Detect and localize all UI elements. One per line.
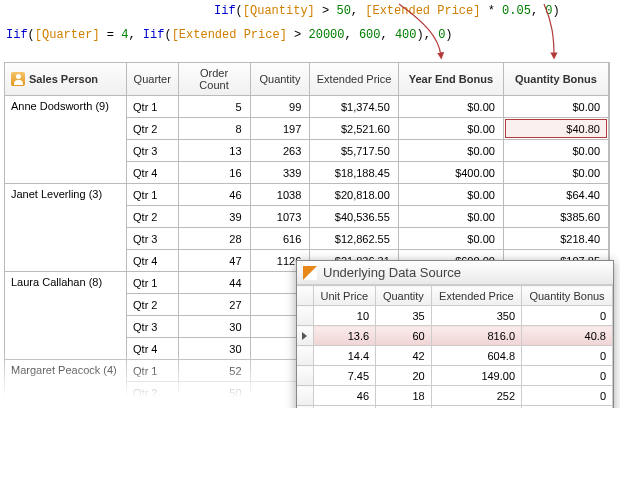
quarter-cell[interactable]: Qtr 2	[127, 206, 178, 228]
quarter-cell[interactable]: Qtr 4	[127, 162, 178, 184]
extended-price-cell[interactable]: 252	[431, 386, 521, 406]
unit-price-cell[interactable]: 14.4	[313, 346, 376, 366]
row-handle[interactable]	[297, 326, 313, 346]
quantity-bonus-cell[interactable]: $218.40	[503, 228, 608, 250]
quarter-cell[interactable]: Qtr 1	[127, 184, 178, 206]
quarter-cell[interactable]: Qtr 1	[127, 96, 178, 118]
col-quantity[interactable]: Quantity	[250, 63, 310, 96]
data-row[interactable]: 13.660816.040.8	[297, 326, 613, 346]
quantity-bonus-cell[interactable]: 0	[522, 306, 613, 326]
extended-price-cell[interactable]: 604.8	[431, 346, 521, 366]
extended-price-cell[interactable]: 816.0	[431, 326, 521, 346]
extended-price-cell[interactable]: $20,818.00	[310, 184, 399, 206]
order-count-cell[interactable]: 30	[178, 338, 250, 360]
order-count-cell[interactable]: 44	[178, 272, 250, 294]
quantity-cell[interactable]: 42	[376, 346, 432, 366]
quantity-cell[interactable]: 616	[250, 228, 310, 250]
underlying-data-panel[interactable]: Underlying Data Source Unit Price Quanti…	[296, 260, 614, 408]
data-row[interactable]: 10353500	[297, 306, 613, 326]
quarter-cell[interactable]: Qtr 2	[127, 382, 178, 404]
quantity-bonus-cell[interactable]: 0	[522, 366, 613, 386]
data-row[interactable]: 46182520	[297, 386, 613, 406]
sales-person-cell[interactable]: Margaret Peacock (4)	[5, 360, 127, 404]
extended-price-cell[interactable]: $18,188.45	[310, 162, 399, 184]
year-end-bonus-cell[interactable]: $0.00	[398, 228, 503, 250]
extended-price-cell[interactable]: 210	[431, 406, 521, 409]
order-count-cell[interactable]: 28	[178, 228, 250, 250]
row-handle[interactable]	[297, 406, 313, 409]
quarter-cell[interactable]: Qtr 1	[127, 360, 178, 382]
quantity-cell[interactable]: 35	[376, 306, 432, 326]
col-sales-person[interactable]: Sales Person	[5, 63, 127, 96]
quantity-cell[interactable]: 1038	[250, 184, 310, 206]
quarter-cell[interactable]: Qtr 3	[127, 140, 178, 162]
unit-price-cell[interactable]: 46	[313, 386, 376, 406]
data-row[interactable]: 12.75142100	[297, 406, 613, 409]
extended-price-cell[interactable]: 149.00	[431, 366, 521, 386]
quantity-bonus-cell[interactable]: 0	[522, 346, 613, 366]
quarter-cell[interactable]: Qtr 3	[127, 316, 178, 338]
quantity-bonus-cell[interactable]: $0.00	[503, 162, 608, 184]
order-count-cell[interactable]: 46	[178, 184, 250, 206]
extended-price-cell[interactable]: $12,862.55	[310, 228, 399, 250]
year-end-bonus-cell[interactable]: $0.00	[398, 118, 503, 140]
order-count-cell[interactable]: 13	[178, 140, 250, 162]
col-extended-price[interactable]: Extended Price	[310, 63, 399, 96]
col-quarter[interactable]: Quarter	[127, 63, 178, 96]
quantity-bonus-cell[interactable]: 0	[522, 386, 613, 406]
data-row[interactable]: 14.442604.80	[297, 346, 613, 366]
panel-title-bar[interactable]: Underlying Data Source	[297, 261, 613, 285]
row-handle[interactable]	[297, 346, 313, 366]
col-unit-price[interactable]: Unit Price	[313, 286, 376, 306]
quarter-cell[interactable]: Qtr 4	[127, 250, 178, 272]
col-quantity-bonus[interactable]: Quantity Bonus	[503, 63, 608, 96]
quantity-bonus-cell[interactable]: $40.80	[503, 118, 608, 140]
pivot-row[interactable]: Anne Dodsworth (9)Qtr 1599$1,374.50$0.00…	[5, 96, 609, 118]
quantity-cell[interactable]: 1073	[250, 206, 310, 228]
col-year-end-bonus[interactable]: Year End Bonus	[398, 63, 503, 96]
order-count-cell[interactable]: 52	[178, 360, 250, 382]
row-handle[interactable]	[297, 366, 313, 386]
year-end-bonus-cell[interactable]: $0.00	[398, 206, 503, 228]
extended-price-cell[interactable]: $2,521.60	[310, 118, 399, 140]
unit-price-cell[interactable]: 12.75	[313, 406, 376, 409]
quantity-bonus-cell[interactable]: 40.8	[522, 326, 613, 346]
year-end-bonus-cell[interactable]: $0.00	[398, 184, 503, 206]
quantity-bonus-cell[interactable]: $385.60	[503, 206, 608, 228]
quantity-cell[interactable]: 20	[376, 366, 432, 386]
sales-person-cell[interactable]: Laura Callahan (8)	[5, 272, 127, 360]
extended-price-cell[interactable]: $1,374.50	[310, 96, 399, 118]
quantity-cell[interactable]: 60	[376, 326, 432, 346]
quarter-cell[interactable]: Qtr 4	[127, 338, 178, 360]
year-end-bonus-cell[interactable]: $0.00	[398, 140, 503, 162]
quantity-bonus-cell[interactable]: $0.00	[503, 140, 608, 162]
col-panel-extended-price[interactable]: Extended Price	[431, 286, 521, 306]
order-count-cell[interactable]: 27	[178, 294, 250, 316]
quantity-cell[interactable]: 14	[376, 406, 432, 409]
extended-price-cell[interactable]: 350	[431, 306, 521, 326]
quarter-cell[interactable]: Qtr 3	[127, 228, 178, 250]
unit-price-cell[interactable]: 13.6	[313, 326, 376, 346]
quantity-bonus-cell[interactable]: 0	[522, 406, 613, 409]
quantity-bonus-cell[interactable]: $0.00	[503, 96, 608, 118]
year-end-bonus-cell[interactable]: $0.00	[398, 96, 503, 118]
quantity-cell[interactable]: 99	[250, 96, 310, 118]
order-count-cell[interactable]: 30	[178, 316, 250, 338]
order-count-cell[interactable]: 39	[178, 206, 250, 228]
order-count-cell[interactable]: 16	[178, 162, 250, 184]
order-count-cell[interactable]: 50	[178, 382, 250, 404]
year-end-bonus-cell[interactable]: $400.00	[398, 162, 503, 184]
row-handle[interactable]	[297, 306, 313, 326]
order-count-cell[interactable]: 5	[178, 96, 250, 118]
extended-price-cell[interactable]: $5,717.50	[310, 140, 399, 162]
quantity-cell[interactable]: 18	[376, 386, 432, 406]
order-count-cell[interactable]: 47	[178, 250, 250, 272]
quarter-cell[interactable]: Qtr 2	[127, 294, 178, 316]
quantity-bonus-cell[interactable]: $64.40	[503, 184, 608, 206]
col-panel-quantity-bonus[interactable]: Quantity Bonus	[522, 286, 613, 306]
row-handle[interactable]	[297, 386, 313, 406]
col-order-count[interactable]: Order Count	[178, 63, 250, 96]
order-count-cell[interactable]: 8	[178, 118, 250, 140]
col-panel-quantity[interactable]: Quantity	[376, 286, 432, 306]
unit-price-cell[interactable]: 7.45	[313, 366, 376, 386]
